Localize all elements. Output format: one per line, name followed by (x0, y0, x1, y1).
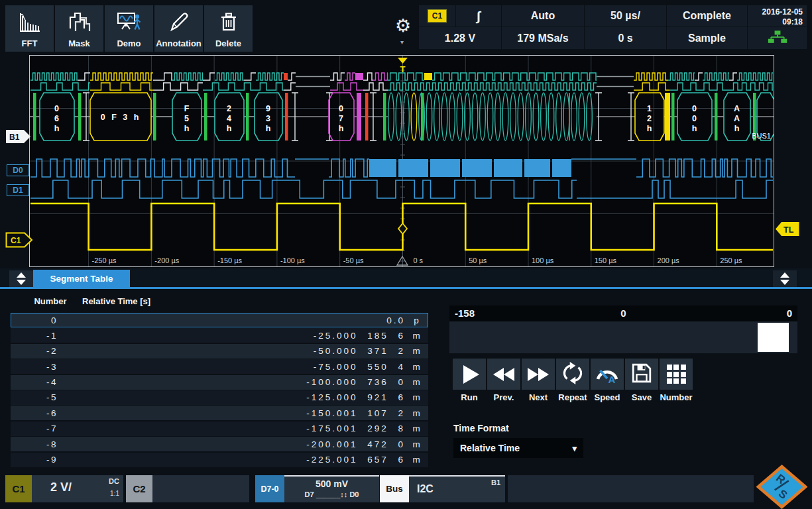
table-row[interactable]: -5-125.000 921 6m (11, 390, 428, 405)
number-button-label: Number (659, 392, 693, 402)
bus-overview-trace (215, 73, 244, 80)
mask-button[interactable]: Mask (55, 5, 103, 52)
bus-frame-compressed (404, 93, 410, 141)
annotation-button[interactable]: Annotation (154, 5, 203, 52)
run-button-label: Run (452, 392, 487, 402)
segment-time-unit: m (405, 392, 428, 402)
bus-event-bar (569, 93, 570, 141)
table-row[interactable]: -6-150.001 107 2m (11, 406, 428, 420)
rewind-icon (493, 368, 514, 381)
bus-frame-compressed (495, 93, 501, 141)
play-icon (463, 365, 479, 384)
segment-slider-handle[interactable] (758, 323, 789, 352)
trigger-slope-cell[interactable]: ∫ (456, 5, 501, 27)
bus-event-bar (153, 93, 156, 141)
prev-button[interactable] (487, 359, 520, 390)
fft-button[interactable]: FFT (5, 5, 54, 52)
horizontal-position-cell[interactable]: 0 s (585, 27, 666, 49)
svg-text:A: A (609, 374, 616, 384)
table-row[interactable]: -3-75.000 550 4m (11, 359, 428, 374)
bus-overview-trace (153, 83, 203, 90)
bus-overview-trace (330, 73, 345, 80)
segment-slider-track[interactable] (449, 321, 797, 353)
table-row[interactable]: -1-25.000 185 6m (11, 328, 428, 343)
table-row[interactable]: -4-100.000 736 0m (11, 375, 428, 390)
bus-overview-trace (203, 83, 284, 90)
c1-channel-label[interactable]: C1 (5, 232, 33, 248)
d1-channel-label[interactable]: D1 (7, 184, 29, 196)
c1-channel-widget[interactable]: C1 2 V/ DC 1:1 (5, 475, 123, 502)
bus-type: I2C (417, 483, 434, 495)
table-row[interactable]: 00.0p (11, 313, 428, 327)
panel-collapse-button[interactable] (9, 270, 33, 287)
demo-button[interactable]: Demo (105, 5, 153, 52)
bus-overview-trace (669, 83, 729, 90)
table-row[interactable]: -8-200.001 472 0m (11, 437, 428, 451)
d0-channel-label[interactable]: D0 (7, 164, 29, 176)
digital-d70-widget[interactable]: D7-0 500 mV D7 ______↕↕ D0 (255, 475, 379, 502)
bus-frame-compressed (457, 93, 463, 141)
floppy-save-icon (631, 363, 652, 386)
bus-overview-trace (30, 83, 90, 90)
bus-b1-label[interactable]: B1 (5, 129, 32, 144)
segment-table-rows: 00.0p-1-25.000 185 6m-2-50.000 371 2m-3-… (11, 313, 428, 468)
table-row[interactable]: -9-225.001 657 6m (11, 453, 428, 467)
column-number[interactable]: Number (24, 296, 77, 306)
time-format-value: Relative Time (460, 443, 520, 453)
time-format-dropdown[interactable]: Relative Time ▾ (453, 438, 583, 458)
repeat-button[interactable] (556, 359, 589, 390)
panel-resize-button[interactable] (773, 270, 797, 287)
c1-coupling: DC (109, 477, 119, 485)
tab-segment-table[interactable]: Segment Table (33, 270, 130, 288)
trigger-source-cell[interactable]: C1 (419, 5, 455, 27)
trigger-mode-cell[interactable]: Auto (502, 5, 584, 27)
time-tick-label: -100 µs (280, 256, 305, 264)
bus-frame-compressed (480, 93, 486, 141)
bus-event-bar (671, 93, 675, 141)
save-button[interactable] (625, 359, 658, 390)
annotation-pencil-icon (168, 11, 190, 36)
bus-badge: Bus (380, 475, 409, 502)
bus-overview-trace (30, 73, 78, 80)
timebase-cell[interactable]: 50 µs/ (585, 5, 666, 27)
toolbar-collapse-caret-icon[interactable]: ▾ (400, 38, 404, 46)
trigger-level-cell[interactable]: 1.28 V (419, 27, 501, 49)
bus-frame-compressed (388, 93, 394, 141)
column-relative-time[interactable]: Relative Time [s] (82, 296, 195, 306)
c2-channel-widget[interactable]: C2 (126, 475, 249, 502)
bus-overview-trace (703, 73, 729, 80)
date-text: 2016-12-05 (762, 7, 803, 17)
acquisition-state-cell[interactable]: Complete (667, 5, 747, 27)
bus-frame-compressed (548, 93, 554, 141)
acquisition-mode-cell[interactable]: Sample (667, 27, 747, 49)
sample-rate-cell[interactable]: 179 MSa/s (502, 27, 584, 49)
trigger-level-tag[interactable]: TL (775, 221, 800, 237)
arrow-down-icon (17, 280, 26, 285)
speed-button[interactable]: A (591, 359, 624, 390)
table-row[interactable]: -7-175.001 292 8m (11, 422, 428, 436)
settings-gear-icon[interactable]: ⚙ (395, 17, 411, 35)
segment-slider-labels: -158 0 0 (449, 306, 797, 321)
next-button[interactable] (522, 359, 555, 390)
bus-frame-compressed (449, 93, 455, 141)
bus-frame-value: 07h (339, 104, 345, 133)
run-button[interactable] (453, 359, 486, 390)
bus-event-bar (421, 93, 424, 141)
number-button[interactable] (660, 359, 693, 390)
network-status-cell[interactable] (748, 27, 807, 49)
demo-button-label: Demo (117, 38, 141, 48)
bus-event-bar (246, 93, 249, 141)
table-row[interactable]: -2-50.000 371 2m (11, 344, 428, 359)
digital-scale: 500 mV (284, 479, 379, 489)
bus-frame-value: 06h (54, 104, 60, 133)
bus-widget[interactable]: Bus I2C B1 (380, 475, 505, 502)
empty-signal-slot[interactable] (508, 475, 754, 502)
d1-waveform (646, 180, 671, 198)
bus-overview-trace (90, 83, 153, 90)
delete-button[interactable]: Delete (204, 5, 253, 52)
d0-waveform (494, 159, 522, 177)
segment-number: -2 (11, 346, 58, 356)
trigger-marker-letter: T (400, 64, 406, 74)
bus-overview-trace (388, 83, 597, 90)
waveform-canvas[interactable]: 06h0 F 3 hF5h24h93h07h12h00hAAhBUS1T-250… (30, 56, 774, 266)
